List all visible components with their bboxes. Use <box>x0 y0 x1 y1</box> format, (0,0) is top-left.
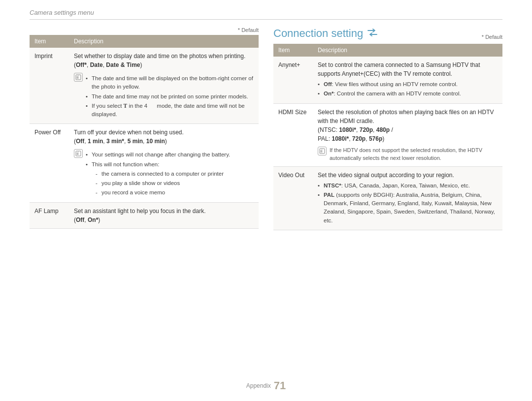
desc-videoout: Set the video signal output according to… <box>313 166 502 230</box>
connection-icon <box>367 28 378 39</box>
connection-header: Connection setting <box>273 27 378 40</box>
desc-aflamp: Set an assistant light to help you focus… <box>69 202 259 228</box>
desc-hdmisize: Select the resolution of photos when pla… <box>313 103 502 166</box>
table-row: Power Off Turn off your device when not … <box>30 124 259 202</box>
right-col-item: Item <box>273 44 313 57</box>
note-text-imprint: The date and time will be displayed on t… <box>86 72 254 120</box>
list-item: the camera is connected to a computer or… <box>92 170 230 178</box>
table-row: Anynet+ Set to control the camera connec… <box>273 57 502 103</box>
page-number: 71 <box>274 379 286 392</box>
note-text-poweroff: Your settings will not change after chan… <box>86 149 230 198</box>
left-col-description: Description <box>69 35 259 48</box>
list-item: The date and time will be displayed on t… <box>86 74 254 92</box>
table-row: Imprint Set whether to display date and … <box>30 48 259 124</box>
item-anynet: Anynet+ <box>273 57 313 103</box>
right-col-description: Description <box>313 44 502 57</box>
item-hdmisize: HDMI Size <box>273 103 313 166</box>
list-item: If you select T in the 4 mode, the date … <box>86 102 254 119</box>
note-box-poweroff: Your settings will not change after chan… <box>74 149 254 198</box>
table-row: HDMI Size Select the resolution of photo… <box>273 103 502 166</box>
item-videoout: Video Out <box>273 166 313 230</box>
left-col-item: Item <box>30 35 69 48</box>
page-footer: Appendix 71 <box>30 379 502 392</box>
left-section: * Default Item Description Imprint Set w… <box>30 27 259 376</box>
note-icon <box>318 147 327 155</box>
desc-anynet: Set to control the camera connected to a… <box>313 57 502 103</box>
item-aflamp: AF Lamp <box>30 202 69 228</box>
table-row: Video Out Set the video signal output ac… <box>273 166 502 230</box>
left-default-label: * Default <box>30 27 259 33</box>
list-item: On*: Control the camera with an HDTV rem… <box>318 90 498 98</box>
table-row: AF Lamp Set an assistant light to help y… <box>30 202 259 228</box>
appendix-label: Appendix <box>246 382 271 389</box>
left-table: Item Description Imprint Set whether to … <box>30 35 259 229</box>
right-section: Connection setting * Default Item Descri… <box>273 27 502 376</box>
list-item: you play a slide show or videos <box>92 179 230 187</box>
list-item: NTSC*: USA, Canada, Japan, Korea, Taiwan… <box>318 182 498 190</box>
page-title: Camera settings menu <box>30 9 94 16</box>
list-item: This will not function when: the camera … <box>86 160 230 197</box>
note-box-imprint: The date and time will be displayed on t… <box>74 72 254 120</box>
note-box-hdmi: If the HDTV does not support the selecte… <box>318 146 498 162</box>
note-icon <box>74 73 83 82</box>
list-item: PAL (supports only BDGHI): Australia, Au… <box>318 191 498 225</box>
note-text-hdmi: If the HDTV does not support the selecte… <box>330 146 498 162</box>
list-item: The date and time may not be printed on … <box>86 93 254 101</box>
desc-poweroff: Turn off your device when not being used… <box>69 124 259 202</box>
item-imprint: Imprint <box>30 48 69 124</box>
list-item: Off: View files without using an HDTV re… <box>318 80 498 89</box>
page-header: Camera settings menu <box>30 9 502 20</box>
list-item: Your settings will not change after chan… <box>86 151 230 159</box>
right-table: Item Description Anynet+ Set to control … <box>273 44 502 230</box>
note-icon <box>74 149 83 158</box>
item-poweroff: Power Off <box>30 124 69 202</box>
right-default-label: * Default <box>482 34 502 40</box>
list-item: you record a voice memo <box>92 188 230 197</box>
connection-title: Connection setting <box>273 27 363 40</box>
main-content: * Default Item Description Imprint Set w… <box>30 27 502 376</box>
desc-imprint: Set whether to display date and time on … <box>69 48 259 124</box>
